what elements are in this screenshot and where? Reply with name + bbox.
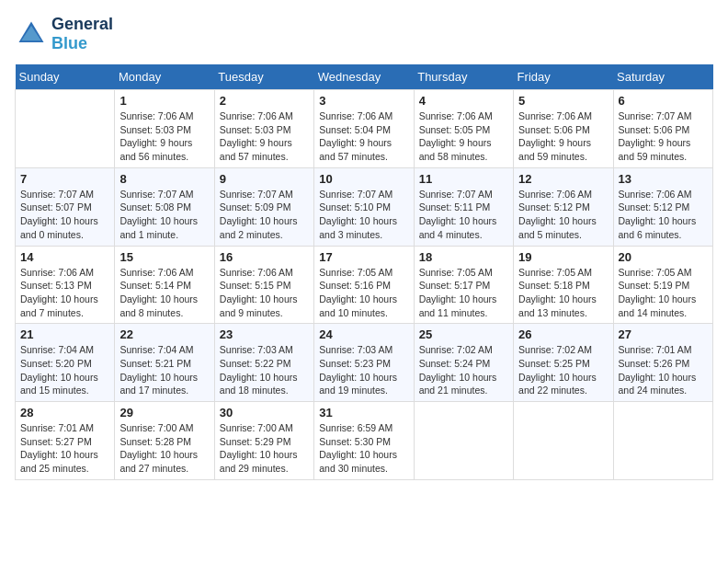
day-number: 15 — [119, 250, 209, 264]
day-number: 30 — [220, 406, 309, 419]
day-cell — [613, 402, 712, 480]
day-number: 21 — [20, 327, 109, 341]
day-number: 5 — [518, 94, 608, 108]
day-info: Sunrise: 7:07 AMSunset: 5:10 PMDaylight:… — [319, 188, 408, 242]
day-cell: 30Sunrise: 7:00 AMSunset: 5:29 PMDayligh… — [214, 402, 313, 480]
day-number: 1 — [119, 94, 209, 108]
day-cell: 23Sunrise: 7:03 AMSunset: 5:22 PMDayligh… — [214, 324, 313, 402]
day-cell: 14Sunrise: 7:06 AMSunset: 5:13 PMDayligh… — [16, 246, 115, 324]
day-cell: 24Sunrise: 7:03 AMSunset: 5:23 PMDayligh… — [314, 324, 414, 402]
week-row-1: 1Sunrise: 7:06 AMSunset: 5:03 PMDaylight… — [16, 90, 713, 168]
logo-icon — [15, 17, 48, 51]
day-number: 17 — [319, 250, 408, 264]
day-info: Sunrise: 7:07 AMSunset: 5:07 PMDaylight:… — [20, 188, 109, 242]
day-cell: 8Sunrise: 7:07 AMSunset: 5:08 PMDaylight… — [115, 167, 214, 246]
logo-text: General Blue — [51, 15, 113, 53]
day-info: Sunrise: 7:05 AMSunset: 5:18 PMDaylight:… — [518, 266, 608, 320]
day-cell: 29Sunrise: 7:00 AMSunset: 5:28 PMDayligh… — [115, 402, 214, 480]
day-cell: 1Sunrise: 7:06 AMSunset: 5:03 PMDaylight… — [115, 90, 214, 168]
day-info: Sunrise: 7:06 AMSunset: 5:13 PMDaylight:… — [20, 266, 109, 320]
day-info: Sunrise: 7:04 AMSunset: 5:21 PMDaylight:… — [119, 343, 209, 397]
week-row-4: 21Sunrise: 7:04 AMSunset: 5:20 PMDayligh… — [16, 324, 713, 402]
day-cell: 19Sunrise: 7:05 AMSunset: 5:18 PMDayligh… — [514, 246, 613, 324]
day-cell: 15Sunrise: 7:06 AMSunset: 5:14 PMDayligh… — [115, 246, 214, 324]
day-number: 22 — [119, 327, 209, 341]
day-cell: 12Sunrise: 7:06 AMSunset: 5:12 PMDayligh… — [514, 167, 613, 246]
day-info: Sunrise: 7:01 AMSunset: 5:26 PMDaylight:… — [619, 343, 708, 397]
calendar-header-row: SundayMondayTuesdayWednesdayThursdayFrid… — [16, 64, 713, 90]
day-info: Sunrise: 7:06 AMSunset: 5:03 PMDaylight:… — [220, 109, 309, 164]
day-cell: 21Sunrise: 7:04 AMSunset: 5:20 PMDayligh… — [16, 324, 115, 402]
day-number: 3 — [319, 94, 408, 108]
day-info: Sunrise: 6:59 AMSunset: 5:30 PMDaylight:… — [319, 421, 408, 476]
day-info: Sunrise: 7:00 AMSunset: 5:28 PMDaylight:… — [119, 421, 209, 476]
day-info: Sunrise: 7:06 AMSunset: 5:12 PMDaylight:… — [518, 188, 608, 242]
day-number: 4 — [419, 94, 508, 108]
day-info: Sunrise: 7:07 AMSunset: 5:11 PMDaylight:… — [419, 188, 508, 242]
header-friday: Friday — [514, 64, 613, 90]
day-number: 25 — [419, 327, 508, 341]
day-info: Sunrise: 7:03 AMSunset: 5:22 PMDaylight:… — [220, 343, 309, 397]
header-thursday: Thursday — [414, 64, 513, 90]
day-number: 11 — [419, 172, 508, 186]
day-number: 9 — [220, 172, 309, 186]
day-cell: 3Sunrise: 7:06 AMSunset: 5:04 PMDaylight… — [314, 90, 414, 168]
header-monday: Monday — [115, 64, 214, 90]
day-cell — [514, 402, 613, 480]
day-cell: 10Sunrise: 7:07 AMSunset: 5:10 PMDayligh… — [314, 167, 414, 246]
day-cell: 6Sunrise: 7:07 AMSunset: 5:06 PMDaylight… — [613, 90, 712, 168]
logo: General Blue — [15, 15, 113, 53]
day-number: 10 — [319, 172, 408, 186]
header-tuesday: Tuesday — [214, 64, 313, 90]
day-number: 28 — [20, 406, 109, 419]
day-number: 19 — [518, 250, 608, 264]
header-sunday: Sunday — [16, 64, 115, 90]
day-info: Sunrise: 7:06 AMSunset: 5:12 PMDaylight:… — [619, 188, 708, 242]
day-info: Sunrise: 7:02 AMSunset: 5:24 PMDaylight:… — [419, 343, 508, 397]
day-info: Sunrise: 7:00 AMSunset: 5:29 PMDaylight:… — [220, 421, 309, 476]
page-header: General Blue — [15, 15, 713, 53]
day-cell — [414, 402, 513, 480]
day-info: Sunrise: 7:02 AMSunset: 5:25 PMDaylight:… — [518, 343, 608, 397]
day-info: Sunrise: 7:06 AMSunset: 5:14 PMDaylight:… — [119, 266, 209, 320]
week-row-2: 7Sunrise: 7:07 AMSunset: 5:07 PMDaylight… — [16, 167, 713, 246]
day-cell: 7Sunrise: 7:07 AMSunset: 5:07 PMDaylight… — [16, 167, 115, 246]
day-number: 20 — [619, 250, 708, 264]
day-info: Sunrise: 7:05 AMSunset: 5:16 PMDaylight:… — [319, 266, 408, 320]
day-cell: 28Sunrise: 7:01 AMSunset: 5:27 PMDayligh… — [16, 402, 115, 480]
day-number: 13 — [619, 172, 708, 186]
day-info: Sunrise: 7:07 AMSunset: 5:08 PMDaylight:… — [119, 188, 209, 242]
day-cell: 20Sunrise: 7:05 AMSunset: 5:19 PMDayligh… — [613, 246, 712, 324]
day-number: 16 — [220, 250, 309, 264]
day-cell: 11Sunrise: 7:07 AMSunset: 5:11 PMDayligh… — [414, 167, 513, 246]
day-cell: 18Sunrise: 7:05 AMSunset: 5:17 PMDayligh… — [414, 246, 513, 324]
day-info: Sunrise: 7:03 AMSunset: 5:23 PMDaylight:… — [319, 343, 408, 397]
day-cell: 5Sunrise: 7:06 AMSunset: 5:06 PMDaylight… — [514, 90, 613, 168]
day-number: 2 — [220, 94, 309, 108]
day-info: Sunrise: 7:05 AMSunset: 5:17 PMDaylight:… — [419, 266, 508, 320]
day-number: 31 — [319, 406, 408, 419]
week-row-5: 28Sunrise: 7:01 AMSunset: 5:27 PMDayligh… — [16, 402, 713, 480]
day-number: 8 — [119, 172, 209, 186]
day-cell: 2Sunrise: 7:06 AMSunset: 5:03 PMDaylight… — [214, 90, 313, 168]
day-info: Sunrise: 7:06 AMSunset: 5:04 PMDaylight:… — [319, 109, 408, 164]
day-number: 29 — [119, 406, 209, 419]
day-cell — [16, 90, 115, 168]
day-info: Sunrise: 7:01 AMSunset: 5:27 PMDaylight:… — [20, 421, 109, 476]
week-row-3: 14Sunrise: 7:06 AMSunset: 5:13 PMDayligh… — [16, 246, 713, 324]
header-saturday: Saturday — [613, 64, 712, 90]
day-cell: 26Sunrise: 7:02 AMSunset: 5:25 PMDayligh… — [514, 324, 613, 402]
day-cell: 22Sunrise: 7:04 AMSunset: 5:21 PMDayligh… — [115, 324, 214, 402]
header-wednesday: Wednesday — [314, 64, 414, 90]
day-info: Sunrise: 7:04 AMSunset: 5:20 PMDaylight:… — [20, 343, 109, 397]
day-cell: 13Sunrise: 7:06 AMSunset: 5:12 PMDayligh… — [613, 167, 712, 246]
day-cell: 25Sunrise: 7:02 AMSunset: 5:24 PMDayligh… — [414, 324, 513, 402]
day-info: Sunrise: 7:06 AMSunset: 5:03 PMDaylight:… — [119, 109, 209, 164]
day-cell: 31Sunrise: 6:59 AMSunset: 5:30 PMDayligh… — [314, 402, 414, 480]
day-number: 24 — [319, 327, 408, 341]
day-cell: 4Sunrise: 7:06 AMSunset: 5:05 PMDaylight… — [414, 90, 513, 168]
day-cell: 16Sunrise: 7:06 AMSunset: 5:15 PMDayligh… — [214, 246, 313, 324]
day-number: 26 — [518, 327, 608, 341]
day-cell: 17Sunrise: 7:05 AMSunset: 5:16 PMDayligh… — [314, 246, 414, 324]
day-cell: 27Sunrise: 7:01 AMSunset: 5:26 PMDayligh… — [613, 324, 712, 402]
